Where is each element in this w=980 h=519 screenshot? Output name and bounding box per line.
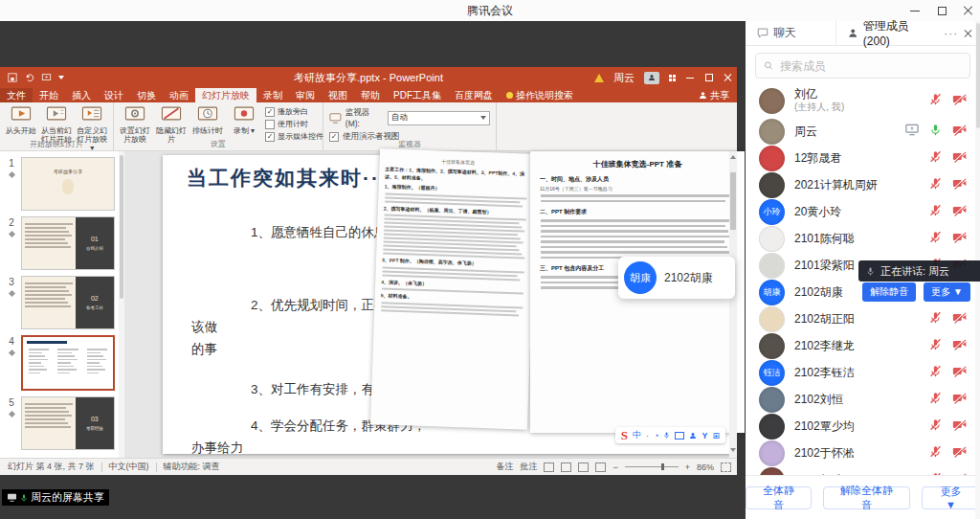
zoom-level[interactable]: 86% <box>697 463 714 472</box>
search-input[interactable] <box>778 58 962 74</box>
member-row[interactable]: 钰洁2102李钰洁 <box>746 359 980 386</box>
member-row[interactable]: 小玲20黄小玲 <box>746 198 980 225</box>
ppt-close-icon[interactable] <box>724 73 733 82</box>
slideshow-view-icon[interactable] <box>595 463 606 472</box>
mute-all-button[interactable]: 全体静音 <box>746 486 812 509</box>
camera-off-icon[interactable] <box>952 149 967 167</box>
slide-thumbnail-3[interactable]: 302备考工作 <box>4 276 115 329</box>
member-row[interactable]: 胡康2102胡康解除静音更多 ▼ <box>746 279 980 305</box>
mic-off-icon[interactable] <box>929 176 942 193</box>
zoom-in-icon[interactable]: + <box>685 463 690 472</box>
ime-grid-icon[interactable]: ⊞ <box>712 431 720 440</box>
mic-off-icon[interactable] <box>929 310 942 327</box>
undo-icon[interactable] <box>24 73 34 82</box>
ppt-tab-7[interactable]: 录制 <box>256 88 289 102</box>
mic-on-icon[interactable] <box>929 123 942 140</box>
slide-thumbnail-5[interactable]: 503考研经验 <box>4 396 115 450</box>
ribbon-button-排练计时[interactable]: 排练计时 <box>190 105 225 135</box>
panel-close-icon[interactable] <box>964 29 972 38</box>
ime-cursor-icon[interactable]: · <box>646 431 649 440</box>
ppt-tab-0[interactable]: 文件 <box>0 88 33 102</box>
presence-icon[interactable] <box>644 72 659 84</box>
maximize-icon[interactable] <box>936 5 947 16</box>
ppt-tab-4[interactable]: 切换 <box>130 88 163 102</box>
sorter-view-icon[interactable] <box>561 463 571 472</box>
ppt-tab-12[interactable]: 百度网盘 <box>448 88 500 102</box>
camera-off-icon[interactable] <box>952 471 967 475</box>
member-row[interactable]: 2102李继龙 <box>746 332 980 359</box>
mic-off-icon[interactable] <box>929 364 942 381</box>
ime-emoji-icon[interactable]: ◔ <box>654 431 658 440</box>
zoom-slider[interactable] <box>625 466 679 467</box>
ppt-tab-2[interactable]: 插入 <box>65 88 98 102</box>
ime-keyboard-icon[interactable] <box>675 432 684 440</box>
member-more-button[interactable]: 更多 ▼ <box>924 282 970 302</box>
slide-scrollbar[interactable] <box>729 151 737 458</box>
camera-off-icon[interactable] <box>952 203 967 220</box>
checkbox-0[interactable] <box>265 107 275 117</box>
member-row[interactable]: 12郭晟君 <box>746 145 980 171</box>
qat-dropdown-icon[interactable] <box>58 76 64 79</box>
panel-more-icon[interactable]: ··· <box>938 27 964 40</box>
save-icon[interactable] <box>8 73 17 82</box>
comments-button[interactable]: 批注 <box>520 461 537 473</box>
ppt-tab-5[interactable]: 动画 <box>163 88 195 102</box>
mic-off-icon[interactable] <box>929 391 942 408</box>
unmute-member-button[interactable]: 解除静音 <box>862 282 916 302</box>
camera-off-icon[interactable] <box>952 310 967 327</box>
slide-thumbnail-1[interactable]: 1考研故事分享 <box>4 157 115 211</box>
slideshow-icon[interactable] <box>41 73 52 82</box>
zoom-out-icon[interactable]: − <box>612 463 617 472</box>
member-row[interactable]: 2102于怀淞 <box>746 440 980 466</box>
ppt-tab-1[interactable]: 开始 <box>33 88 65 102</box>
mic-off-icon[interactable] <box>929 203 942 220</box>
reading-view-icon[interactable] <box>578 463 589 472</box>
camera-off-icon[interactable] <box>952 92 967 109</box>
minimize-icon[interactable] <box>909 5 921 16</box>
input-method-toolbar[interactable]: S 中 · ◔ Y ⊞ <box>615 427 725 443</box>
ppt-tab-11[interactable]: PDF工具集 <box>387 88 448 102</box>
member-row[interactable]: 2021计算机周妍 <box>746 171 980 198</box>
language-indicator[interactable]: 中文(中国) <box>109 461 149 473</box>
ime-mic-icon[interactable] <box>663 431 670 440</box>
camera-off-icon[interactable] <box>952 123 967 140</box>
ppt-tab-6[interactable]: 幻灯片放映 <box>195 88 256 102</box>
mic-off-icon[interactable] <box>929 417 942 435</box>
ppt-tab-9[interactable]: 视图 <box>322 88 354 102</box>
monitor-select[interactable]: 自动 <box>388 111 490 125</box>
ppt-share-button[interactable]: 共享 <box>699 88 729 102</box>
unmute-all-button[interactable]: 解除全体静音 <box>823 486 910 509</box>
ime-tool-icon[interactable]: Y <box>702 431 707 440</box>
mic-off-icon[interactable] <box>929 149 942 167</box>
ribbon-button-录制[interactable]: 录制 ▾ <box>227 105 261 135</box>
tab-manage-members[interactable]: 管理成员(200) <box>836 21 938 45</box>
member-row[interactable]: 2102覃少均 <box>746 413 980 440</box>
member-row[interactable]: 周云 <box>746 118 980 145</box>
camera-off-icon[interactable] <box>952 391 967 408</box>
member-row[interactable]: 2102刘恒 <box>746 386 980 413</box>
ppt-minimize-icon[interactable] <box>685 73 695 82</box>
camera-off-icon[interactable] <box>952 417 967 435</box>
checkbox-1[interactable] <box>265 120 275 129</box>
member-row[interactable]: 刘亿(主持人, 我) <box>746 83 980 118</box>
more-button[interactable]: 更多 ▼ <box>922 486 980 509</box>
ribbon-display-options-icon[interactable] <box>669 75 676 81</box>
member-row[interactable]: 2102胡正阳 <box>746 305 980 332</box>
sogou-logo-icon[interactable]: S <box>621 428 628 443</box>
camera-off-icon[interactable] <box>952 176 967 193</box>
accessibility-status[interactable]: 辅助功能: 调查 <box>164 461 220 473</box>
ppt-tab-3[interactable]: 设计 <box>98 88 130 102</box>
normal-view-icon[interactable] <box>544 463 554 472</box>
mic-off-icon[interactable] <box>929 444 942 462</box>
mic-off-icon[interactable] <box>929 471 942 475</box>
camera-off-icon[interactable] <box>952 444 967 462</box>
member-row[interactable]: 2102赵骏图 <box>746 466 980 475</box>
ppt-restore-icon[interactable] <box>704 73 714 82</box>
mic-off-icon[interactable] <box>929 230 942 247</box>
ppt-tab-8[interactable]: 审阅 <box>289 88 322 102</box>
camera-off-icon[interactable] <box>952 337 967 354</box>
screen-share-icon[interactable] <box>905 123 919 140</box>
ribbon-button-从头开始[interactable]: 从头开始 <box>4 105 37 135</box>
fit-slide-icon[interactable] <box>721 463 731 472</box>
ime-mode-icon[interactable]: 中 <box>633 429 641 441</box>
